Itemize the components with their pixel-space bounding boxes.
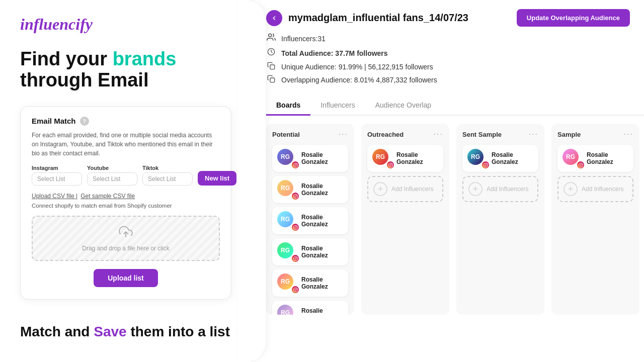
svg-rect-17 — [293, 288, 297, 292]
avatar-stack: RG — [277, 180, 297, 199]
avatar-stack: RG — [277, 274, 297, 293]
tiktok-label: Tiktok — [142, 165, 193, 171]
avatar: RG — [277, 274, 293, 290]
board-sample-title: Sample — [557, 131, 581, 138]
influencer-name: RosalieGonzalez — [301, 214, 328, 228]
tab-boards[interactable]: Boards — [266, 97, 310, 116]
board-potential-menu[interactable]: ··· — [339, 130, 348, 139]
total-audience-value: 37.7M followers — [335, 49, 387, 57]
board-sample: Sample ··· RG RosalieGonzalez + Add Infl… — [551, 124, 639, 315]
tab-influencers[interactable]: Influencers — [310, 97, 365, 116]
upload-zone[interactable]: Drag and drop a file here or click — [32, 216, 220, 261]
bottom-part2: them into a list — [127, 324, 230, 339]
stats-section: Influencers:31 Total Audience: 37.7M fol… — [252, 27, 644, 88]
youtube-label: Youtube — [87, 165, 137, 171]
svg-point-19 — [296, 288, 297, 289]
avatar-stack: RG — [277, 211, 297, 230]
avatar-stack: RG — [277, 242, 297, 261]
instagram-label: Instagram — [32, 165, 82, 171]
svg-rect-26 — [484, 163, 488, 167]
add-circle-icon: + — [468, 182, 482, 196]
svg-point-24 — [390, 164, 391, 166]
svg-point-31 — [582, 163, 582, 164]
upload-zone-text: Drag and drop a file here or click — [82, 245, 169, 252]
copy-icon-overlap[interactable] — [266, 75, 276, 84]
svg-rect-5 — [293, 163, 297, 167]
influencer-name: RosalieGonzalez — [301, 183, 328, 197]
headline-part2: through Email — [20, 69, 148, 90]
svg-rect-29 — [579, 163, 583, 167]
links-row: Upload CSV file | Get sample CSV file — [32, 193, 220, 200]
update-audience-button[interactable]: Update Overlapping Audience — [517, 9, 630, 27]
upload-csv-link[interactable]: Upload CSV file | — [32, 193, 77, 200]
board-outreached: Outreached ··· RG RosalieGonzalez + Add … — [361, 124, 449, 315]
avatar: RG — [277, 149, 293, 165]
svg-point-25 — [391, 163, 392, 164]
influencers-count: 31 — [317, 35, 326, 43]
board-outreached-menu[interactable]: ··· — [434, 130, 443, 139]
tab-audience-overlap[interactable]: Audience Overlap — [365, 97, 441, 116]
add-influencer-card[interactable]: + Add Influencers — [557, 176, 633, 202]
overlapping-value: 8.01% 4,887,332 followers — [354, 76, 437, 84]
list-item: RG RosalieGonzalez — [272, 176, 348, 203]
unique-value: 91.99% | 56,122,915 followers — [339, 63, 433, 71]
total-audience-stat: Total Audience: 37.7M followers — [266, 48, 630, 58]
upload-list-button[interactable]: Upload list — [94, 269, 158, 287]
overlapping-text: Overlapping Audience: 8.01% 4,887,332 fo… — [281, 76, 437, 84]
shopify-text: Connect shopify to match email from Shop… — [32, 203, 220, 209]
board-outreached-title: Outreached — [367, 131, 404, 138]
board-sent-sample-menu[interactable]: ··· — [529, 130, 538, 139]
board-potential: Potential ··· RG RosalieGonzalez RG — [266, 124, 354, 315]
bottom-headline: Match and Save them into a list — [20, 324, 231, 340]
avatar-stack: RG — [277, 305, 297, 315]
clock-icon — [266, 48, 276, 58]
avatar: RG — [562, 149, 579, 165]
instagram-platform-badge — [577, 161, 585, 169]
unique-label: Unique Audience: — [281, 63, 337, 71]
list-item: RG RosalieGonzalez — [272, 301, 348, 315]
add-circle-icon: + — [564, 182, 578, 196]
avatar: RG — [467, 149, 484, 165]
add-influencers-label: Add Influencers — [487, 186, 528, 193]
instagram-platform-badge — [481, 161, 490, 169]
board-sent-sample-header: Sent Sample ··· — [462, 130, 538, 139]
add-influencers-label: Add Influencers — [582, 186, 623, 193]
instagram-platform-badge — [291, 223, 299, 231]
tabs-row: Boards Influencers Audience Overlap — [252, 92, 644, 116]
upload-icon — [119, 225, 133, 242]
list-item: RG RosalieGonzalez — [462, 145, 538, 172]
youtube-select[interactable]: Select List — [87, 172, 137, 186]
avatar-stack: RG — [562, 149, 583, 168]
headline: Find your brands through Email — [20, 49, 231, 91]
svg-rect-3 — [270, 65, 275, 69]
influencer-name: RosalieGonzalez — [492, 151, 518, 166]
board-potential-title: Potential — [272, 131, 300, 138]
list-item: RG RosalieGonzalez — [272, 207, 348, 234]
help-icon[interactable]: ? — [80, 117, 89, 126]
new-list-button[interactable]: New list — [198, 171, 236, 186]
instagram-platform-badge — [291, 192, 299, 200]
board-sample-menu[interactable]: ··· — [624, 130, 633, 139]
instagram-select[interactable]: Select List — [32, 172, 82, 186]
overlapping-stat: Overlapping Audience: 8.01% 4,887,332 fo… — [266, 75, 630, 84]
avatar-stack: RG — [467, 149, 488, 168]
add-influencer-card[interactable]: + Add Influencers — [462, 176, 538, 202]
add-influencer-card[interactable]: + Add Influencers — [367, 176, 443, 202]
tiktok-select[interactable]: Select List — [142, 172, 193, 186]
list-item: RG RosalieGonzalez — [272, 238, 348, 265]
copy-icon-unique[interactable] — [266, 62, 276, 71]
bottom-accent: Save — [94, 324, 126, 339]
board-potential-header: Potential ··· — [272, 130, 348, 139]
bottom-part1: Match and — [20, 324, 94, 339]
sample-csv-link[interactable]: Get sample CSV file — [80, 193, 135, 200]
influencer-name: RosalieGonzalez — [301, 151, 328, 166]
influencer-name: RosalieGonzalez — [301, 245, 328, 259]
board-sent-sample-title: Sent Sample — [462, 131, 502, 138]
add-influencers-label: Add Influencers — [391, 186, 433, 193]
avatar-stack: RG — [372, 149, 392, 168]
unique-audience-text: Unique Audience: 91.99% | 56,122,915 fol… — [281, 63, 433, 71]
influencers-stat: Influencers:31 — [266, 33, 630, 44]
back-button[interactable] — [266, 10, 282, 26]
svg-point-28 — [487, 163, 487, 164]
avatar: RG — [277, 211, 293, 227]
